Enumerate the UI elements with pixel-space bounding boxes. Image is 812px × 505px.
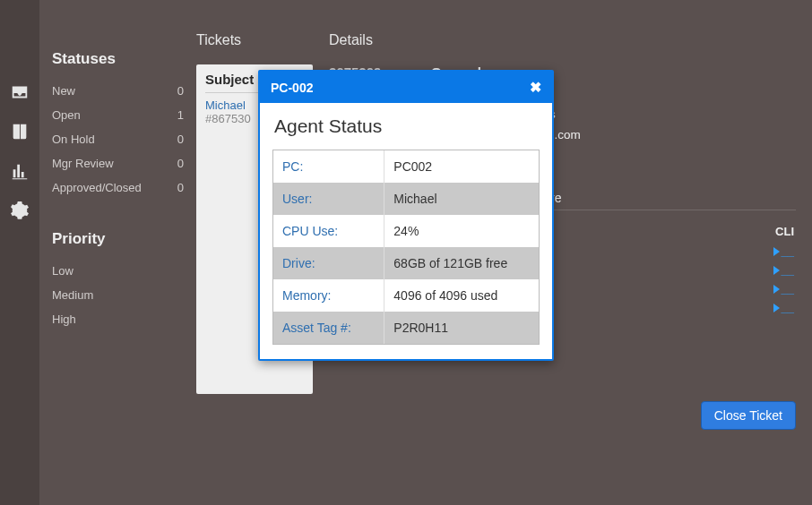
app-root: Statuses New0 Open1 On Hold0 Mgr Review0… bbox=[0, 0, 812, 505]
inbox-icon[interactable] bbox=[10, 82, 30, 102]
modal-header: PC-002 ✖ bbox=[260, 72, 552, 103]
cli-launch-icon[interactable]: __ bbox=[773, 301, 794, 314]
status-row: Memory:4096 of 4096 used bbox=[273, 279, 539, 312]
filter-sidebar: Statuses New0 Open1 On Hold0 Mgr Review0… bbox=[39, 0, 196, 505]
cli-launch-icon[interactable]: __ bbox=[773, 263, 794, 277]
status-row: Asset Tag #:P2R0H11 bbox=[273, 312, 539, 344]
status-row[interactable]: Open1 bbox=[52, 103, 184, 127]
status-row: PC:PC002 bbox=[273, 150, 539, 183]
details-title: Details bbox=[329, 32, 796, 48]
status-row[interactable]: New0 bbox=[52, 79, 184, 103]
agent-status-modal: PC-002 ✖ Agent Status PC:PC002 User:Mich… bbox=[258, 70, 554, 361]
priority-heading: Priority bbox=[52, 230, 184, 248]
modal-title: Agent Status bbox=[260, 103, 552, 146]
chevron-right-icon bbox=[773, 247, 780, 256]
tickets-title: Tickets bbox=[196, 32, 313, 48]
chevron-right-icon bbox=[773, 304, 780, 312]
close-icon[interactable]: ✖ bbox=[530, 79, 541, 96]
priority-list: Low Medium High bbox=[52, 259, 184, 331]
book-icon[interactable] bbox=[10, 122, 30, 141]
priority-row[interactable]: Medium bbox=[52, 283, 184, 307]
close-ticket-button[interactable]: Close Ticket bbox=[701, 401, 796, 430]
priority-row[interactable]: Low bbox=[52, 259, 184, 283]
modal-header-title: PC-002 bbox=[271, 81, 313, 95]
status-row: Drive:68GB of 121GB free bbox=[273, 247, 539, 279]
agent-status-table: PC:PC002 User:Michael CPU Use:24% Drive:… bbox=[272, 150, 540, 345]
status-row: User:Michael bbox=[273, 183, 539, 215]
status-row[interactable]: Mgr Review0 bbox=[52, 151, 184, 175]
chevron-right-icon bbox=[773, 266, 780, 275]
chevron-right-icon bbox=[773, 285, 780, 294]
chart-icon[interactable] bbox=[10, 161, 30, 181]
statuses-list: New0 Open1 On Hold0 Mgr Review0 Approved… bbox=[52, 79, 184, 200]
cli-launch-icon[interactable]: __ bbox=[773, 282, 794, 295]
cli-launch-icon[interactable]: __ bbox=[773, 244, 794, 258]
column-cli: CLI bbox=[775, 225, 794, 238]
status-row[interactable]: On Hold0 bbox=[52, 127, 184, 151]
statuses-heading: Statuses bbox=[52, 50, 184, 68]
gear-icon[interactable] bbox=[10, 201, 30, 220]
nav-rail bbox=[0, 0, 39, 505]
status-row: CPU Use:24% bbox=[273, 215, 539, 247]
status-row[interactable]: Approved/Closed0 bbox=[52, 175, 184, 200]
priority-row[interactable]: High bbox=[52, 307, 184, 331]
